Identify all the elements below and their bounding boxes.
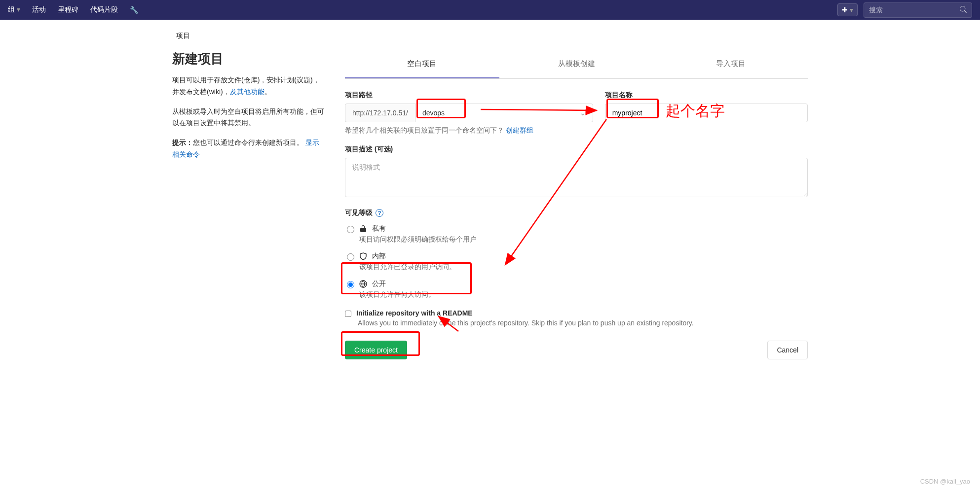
namespace-select[interactable]: devops ⌄ xyxy=(415,104,593,122)
lock-icon xyxy=(359,225,368,233)
chevron-down-icon: ▾ xyxy=(17,5,20,13)
namespace-helper: 希望将几个相关联的项目放置于同一个命名空间下？ 创建群组 xyxy=(345,126,593,135)
path-prefix: http://172.17.0.51/ xyxy=(345,104,415,122)
readme-label: Initialize repository with a README xyxy=(356,309,473,317)
tab-import[interactable]: 导入项目 xyxy=(653,50,808,78)
project-name-input[interactable] xyxy=(605,104,808,122)
visibility-internal[interactable]: 内部 该项目允许已登录的用户访问。 xyxy=(345,252,808,272)
nav-group[interactable]: 组 ▾ xyxy=(8,5,20,14)
chevron-down-icon: ⌄ xyxy=(580,109,586,117)
nav-activity[interactable]: 活动 xyxy=(32,5,46,14)
readme-checkbox[interactable] xyxy=(345,311,351,317)
main-form: 空白项目 从模板创建 导入项目 项目路径 http://172.17.0.51/… xyxy=(345,50,808,359)
readme-desc: Allows you to immediately clone this pro… xyxy=(345,319,808,327)
tab-template[interactable]: 从模板创建 xyxy=(499,50,654,78)
path-label: 项目路径 xyxy=(345,91,593,100)
page-title: 新建项目 xyxy=(172,50,325,68)
visibility-public[interactable]: 公开 该项目允许任何人访问。 xyxy=(345,280,808,299)
radio-private[interactable] xyxy=(347,226,354,233)
tabs: 空白项目 从模板创建 导入项目 xyxy=(345,50,808,79)
description-textarea[interactable] xyxy=(345,158,808,197)
help-icon[interactable]: ? xyxy=(376,209,383,217)
create-project-button[interactable]: Create project xyxy=(345,341,407,359)
sidebar: 新建项目 项目可以用于存放文件(仓库)，安排计划(议题)，并发布文档(wiki)… xyxy=(172,50,325,359)
cancel-button[interactable]: Cancel xyxy=(767,341,808,359)
nav-milestones[interactable]: 里程碑 xyxy=(58,5,78,14)
globe-icon xyxy=(359,280,368,288)
plus-icon: ✚ xyxy=(842,6,848,14)
path-input-group: http://172.17.0.51/ devops ⌄ xyxy=(345,104,593,122)
sidebar-desc-1: 项目可以用于存放文件(仓库)，安排计划(议题)，并发布文档(wiki)，及其他功… xyxy=(172,74,325,98)
name-label: 项目名称 xyxy=(605,91,808,100)
wrench-icon[interactable]: 🔧 xyxy=(130,6,138,14)
search-icon[interactable] xyxy=(960,6,967,14)
nav-snippets[interactable]: 代码片段 xyxy=(90,5,118,14)
tab-blank[interactable]: 空白项目 xyxy=(345,50,499,78)
other-features-link[interactable]: 及其他功能 xyxy=(230,88,264,96)
visibility-private[interactable]: 私有 项目访问权限必须明确授权给每个用户 xyxy=(345,224,808,244)
readme-checkbox-row[interactable]: Initialize repository with a README xyxy=(345,309,808,317)
create-group-link[interactable]: 创建群组 xyxy=(506,126,533,134)
new-dropdown-button[interactable]: ✚ ▾ xyxy=(837,3,858,16)
sidebar-desc-2: 从模板或导入时为空白项目将启用所有功能，但可以在项目设置中将其禁用。 xyxy=(172,106,325,130)
shield-icon xyxy=(359,252,368,260)
desc-label: 项目描述 (可选) xyxy=(345,145,808,154)
top-navbar: 组 ▾ 活动 里程碑 代码片段 🔧 ✚ ▾ xyxy=(0,0,980,20)
search-box[interactable] xyxy=(864,2,972,18)
radio-public[interactable] xyxy=(347,281,354,288)
chevron-down-icon: ▾ xyxy=(850,6,853,14)
visibility-label: 可见等级 ? xyxy=(345,209,808,217)
search-input[interactable] xyxy=(869,6,960,14)
sidebar-tip: 提示：您也可以通过命令行来创建新项目。 显示相关命令 xyxy=(172,137,325,161)
breadcrumb: 项目 xyxy=(172,32,808,40)
radio-internal[interactable] xyxy=(347,253,354,261)
